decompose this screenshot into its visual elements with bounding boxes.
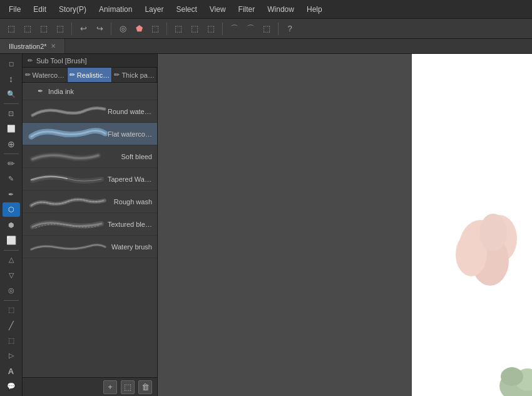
menu-animation[interactable]: Animation [93,3,138,16]
tool-blend[interactable]: ⬢ [3,218,20,232]
brush-item-rough-wash[interactable]: Rough wash [23,190,157,213]
tab-bar: Illustration2* ✕ [0,39,532,54]
icon-sep-2 [4,154,19,154]
tb-zoom[interactable]: ◎ [115,21,130,36]
tool-move[interactable]: ↕ [3,71,20,85]
tb-sym[interactable]: ⬚ [259,21,274,36]
tb-layer-mask[interactable]: ⬚ [187,21,202,36]
subpanel-icon: ✏ [28,57,33,64]
tool-eyedrop[interactable]: ⬜ [3,122,20,135]
tool-eraser[interactable]: ⬜ [3,233,20,247]
brush-item-round[interactable]: Round watercolor brush [23,100,157,123]
icon-sep-4 [4,300,19,301]
brush-name-watery: Watery brush [108,243,155,251]
toolbar: ⬚ ⬚ ⬚ ⬚ ↩ ↪ ◎ ⬟ ⬚ ⬚ ⬚ ⬚ ⌒ ⌒ ⬚ ? [0,19,532,39]
tool-watercolor[interactable]: ⬡ [3,202,20,216]
toolbar-separator-5 [278,23,279,35]
tool-zoom-btn[interactable]: 🔍 [3,87,20,101]
brush-name-round: Round watercolor brush [108,108,155,115]
tool-fill2[interactable]: ▽ [3,268,20,282]
tab-illustration[interactable]: Illustration2* ✕ [0,39,65,53]
brush-name-soft-bleed: Soft bleed [108,153,155,160]
panel-footer: + ⬚ 🗑 [23,377,157,396]
tool-pencil[interactable]: ✎ [3,172,20,186]
svg-point-4 [479,214,507,251]
subtab-thick-icon: ✏ [114,71,120,79]
tb-help[interactable]: ? [282,21,297,36]
brush-item-watery[interactable]: Watery brush [23,236,157,258]
subtab-realistic-label: Realistic… [77,71,110,79]
tb-undo[interactable]: ↩ [76,21,91,36]
tb-transform[interactable]: ⬚ [4,21,19,36]
brush-item-flat[interactable]: Flat watercolor brush [23,123,157,145]
brush-item-tapered[interactable]: Tapered Watercolor [23,168,157,190]
subtab-waterco[interactable]: ✏ Waterco… [23,68,68,82]
footer-add-btn[interactable]: + [103,380,117,394]
tool-balloon[interactable]: 💬 [3,380,20,393]
tb-redo[interactable]: ↪ [92,21,107,36]
india-ink-label: India ink [48,88,74,95]
menu-story[interactable]: Story(P) [53,3,93,16]
tb-color-fill[interactable]: ⬟ [131,21,146,36]
subtab-thick[interactable]: ✏ Thick pa… [112,68,157,82]
tb-curve[interactable]: ⌒ [227,21,242,36]
tool-arrow[interactable]: ▷ [3,349,20,363]
menu-layer[interactable]: Layer [138,3,170,16]
icon-bar: ◻ ↕ 🔍 ⊡ ⬜ ⊕ ✏ ✎ ✒ ⬡ ⬢ ⬜ △ ▽ ◎ ⬚ ╱ ⬚ ▷ A … [0,54,23,396]
brush-preview-tapered [26,170,108,188]
tb-select-rect[interactable]: ⬚ [20,21,35,36]
brush-name-flat: Flat watercolor brush [108,130,155,138]
menu-window[interactable]: Window [261,3,300,16]
tool-line[interactable]: ╱ [3,318,20,332]
subtab-waterco-icon: ✏ [25,71,31,79]
tb-select2[interactable]: ⬚ [171,21,186,36]
subpanel-header: ✏ Sub Tool [Brush] [23,54,157,68]
subtab-waterco-label: Waterco… [33,71,65,79]
india-ink-item[interactable]: ✒ India ink [23,83,157,100]
tab-close-icon[interactable]: ✕ [51,43,56,50]
menu-edit[interactable]: Edit [27,3,53,16]
tool-layer-select[interactable]: ⊡ [3,107,20,120]
footer-copy-btn[interactable]: ⬚ [121,380,135,394]
tool-stamp[interactable]: ◎ [3,283,20,297]
subpanel-title: Sub Tool [Brush] [36,57,87,65]
tool-select[interactable]: ◻ [3,56,20,70]
menu-select[interactable]: Select [170,3,203,16]
subtab-thick-label: Thick pa… [121,71,155,79]
tb-ruler[interactable]: ⬚ [203,21,218,36]
subtool-tabs: ✏ Waterco… ✏ Realistic… ✏ Thick pa… [23,68,157,83]
svg-point-7 [501,367,523,386]
subtab-realistic-icon: ✏ [69,71,75,79]
menu-help[interactable]: Help [300,3,329,16]
tool-pen[interactable]: ✒ [3,187,20,201]
brush-preview-flat [26,125,108,143]
canvas-wrapper [158,54,532,396]
brush-preview-round [26,103,108,120]
tool-brush[interactable]: ✏ [3,157,20,170]
brush-item-textured[interactable]: Textured blender [23,213,157,236]
brush-list: Round watercolor brush Flat watercolor b… [23,100,157,377]
icon-sep-3 [4,250,19,251]
toolbar-separator-2 [111,23,111,35]
footer-delete-btn[interactable]: 🗑 [138,380,152,394]
menu-file[interactable]: File [3,3,27,16]
menu-view[interactable]: View [203,3,232,16]
brush-preview-rough-wash [26,193,108,211]
tool-navigate[interactable]: ⊕ [3,137,20,151]
menu-filter[interactable]: Filter [232,3,262,16]
toolbar-separator-1 [71,23,72,35]
toolbar-separator-4 [222,23,223,35]
tb-curve2[interactable]: ⌒ [243,21,258,36]
tool-text[interactable]: A [3,364,20,378]
brush-name-textured: Textured blender [108,221,155,228]
tool-rect-shape[interactable]: ⬚ [3,303,20,317]
tb-crop[interactable]: ⬚ [148,21,163,36]
subtab-realistic[interactable]: ✏ Realistic… [68,68,113,82]
tool-bucket[interactable]: △ [3,253,20,266]
tb-select-lasso[interactable]: ⬚ [36,21,51,36]
toolbar-separator-3 [166,23,167,35]
brush-item-soft-bleed[interactable]: Soft bleed [23,145,157,168]
tool-frame[interactable]: ⬚ [3,333,20,347]
sub-panel: ✏ Sub Tool [Brush] ✏ Waterco… ✏ Realisti… [23,54,158,396]
tb-fill[interactable]: ⬚ [53,21,68,36]
